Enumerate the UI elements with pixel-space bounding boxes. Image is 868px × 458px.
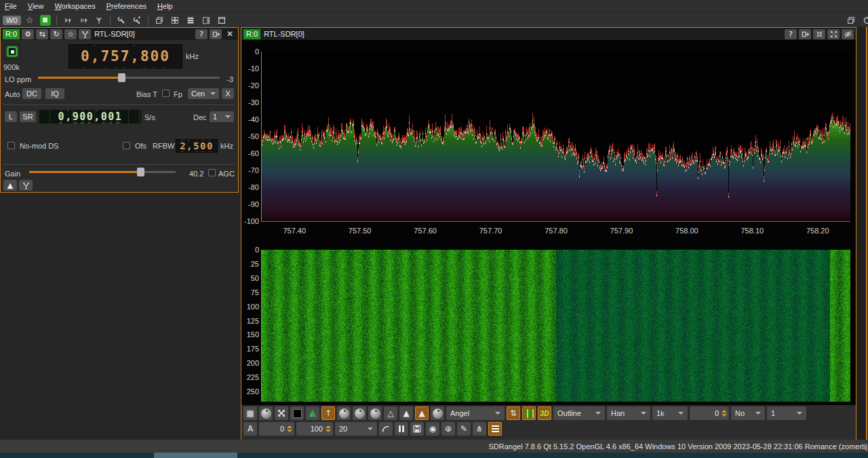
channels-tree-icon[interactable] (19, 180, 33, 191)
center-frequency-display[interactable]: 9,646,799 0,757,800 1,868,911 (68, 44, 182, 69)
grid-intensity-dial[interactable] (259, 406, 273, 420)
move-to-workspace-icon[interactable] (799, 29, 811, 39)
decimation-select[interactable]: 1 (210, 111, 234, 122)
colormap-select[interactable]: Angel (446, 406, 505, 420)
gain-slider[interactable] (29, 168, 176, 176)
trace-offset-dial[interactable] (353, 406, 366, 420)
spectrum-toggle-icon[interactable]: ▲ (3, 180, 17, 191)
sample-rate-display[interactable]: 9,899,990 0,900,001 1,011,112 (39, 109, 142, 124)
menu-item-workspaces[interactable]: Workspaces (54, 2, 95, 10)
menu-item-preferences[interactable]: Preferences (106, 2, 146, 10)
add-tx-device-icon[interactable] (77, 14, 90, 26)
autostack-icon[interactable] (860, 14, 868, 26)
channels-icon[interactable] (79, 29, 91, 39)
settings-gear-icon[interactable]: ⚙ (22, 29, 34, 39)
frequency-value: 0,757,800 (69, 45, 182, 68)
crosshair-markers-button[interactable]: ⊕ (441, 422, 455, 436)
averaging-off-button[interactable]: △ (384, 406, 397, 420)
help-icon[interactable]: ? (785, 29, 797, 39)
averaging-dial[interactable] (431, 406, 444, 420)
bias-t-checkbox[interactable] (162, 90, 170, 97)
waterfall-palette-button[interactable] (522, 406, 536, 420)
spectrum-y-tick: 0 (241, 47, 259, 56)
cascade-windows-icon[interactable] (153, 14, 166, 26)
clear-spectrum-button[interactable] (275, 406, 288, 420)
trace-stroke-dial[interactable] (368, 406, 382, 420)
grid-toggle-button[interactable]: ▦ (243, 406, 257, 420)
lo-ppm-slider[interactable] (38, 73, 220, 82)
calibration-button[interactable]: ⋔ (473, 422, 486, 436)
close-icon[interactable]: ✕ (224, 29, 236, 39)
iq-correction-button[interactable]: IQ (45, 88, 64, 99)
taskbar-segment[interactable] (154, 453, 237, 458)
favorites-star-icon[interactable]: ☆ (23, 14, 37, 26)
agc-checkbox[interactable] (208, 169, 216, 176)
menu-item-view[interactable]: View (28, 2, 44, 10)
fc-position-select[interactable]: Cen (188, 88, 219, 99)
auto-label: Auto (5, 90, 20, 98)
shrink-window-icon[interactable] (813, 29, 825, 39)
waterfall-spectrum-toggle-button[interactable]: ⇅ (507, 406, 520, 420)
stop-all-devices-icon[interactable] (39, 14, 52, 26)
stack-windows-icon[interactable] (184, 14, 197, 26)
spectrum-window-header[interactable]: R:0 RTL-SDR[0] ? (241, 28, 856, 40)
menu-item-help[interactable]: Help (157, 2, 173, 10)
autoscale-button[interactable]: A (243, 422, 257, 436)
hide-window-icon[interactable] (842, 29, 854, 39)
reload-device-icon[interactable]: ↻ (50, 29, 62, 39)
background-color-swatch[interactable] (290, 406, 304, 420)
line-style-select[interactable]: Outline (553, 406, 605, 420)
add-feature-icon[interactable] (92, 14, 106, 26)
load-configuration-icon[interactable] (115, 14, 128, 26)
range-spin[interactable]: 100 (296, 422, 333, 436)
log-scale-select[interactable]: No (731, 406, 765, 420)
save-spectrum-button[interactable] (410, 422, 424, 436)
reverse-api-icon[interactable]: ⇆ (36, 29, 48, 39)
websocket-spectrum-button[interactable]: ◉ (426, 422, 439, 436)
spectrogram-3d-button[interactable]: 3D (538, 406, 551, 420)
cascade-workspaces-icon[interactable] (844, 14, 858, 26)
spectrum-plot[interactable] (262, 52, 850, 221)
spectrum-window-body: CF:757.800M SP:900.001k 0-10-20-30-40-50… (241, 40, 856, 439)
ofs-checkbox[interactable] (123, 142, 130, 149)
maximize-window-icon[interactable] (827, 29, 840, 39)
device-window-header[interactable]: R:0 ⚙⇆↻☆ RTL-SDR[0] ?✕ (1, 28, 238, 40)
help-icon[interactable]: ? (195, 29, 208, 39)
chevron-down-icon (678, 412, 684, 415)
menu-item-file[interactable]: File (5, 2, 17, 10)
favorite-star-icon[interactable]: ☆ (64, 29, 77, 39)
spectrum-x-tick: 757.50 (344, 227, 376, 235)
sr-mode-button[interactable]: SR (20, 111, 36, 122)
dc-correction-button[interactable]: DC (22, 88, 41, 99)
waterfall-plot[interactable] (262, 250, 850, 402)
save-configuration-icon[interactable] (130, 14, 144, 26)
move-to-workspace-icon[interactable] (210, 29, 222, 39)
averaging-moving-button[interactable]: ▲ (399, 406, 413, 420)
current-trace-button[interactable]: ↑ (321, 406, 335, 420)
trace-intensity-dial[interactable] (337, 406, 351, 420)
lock-srate-button[interactable]: L (5, 111, 17, 122)
fft-size-select[interactable]: 1k (652, 406, 688, 420)
rfbw-unit-label: kHz (220, 142, 233, 150)
tile-windows-icon[interactable] (168, 14, 182, 26)
averaging-count-select[interactable]: 1 (767, 406, 806, 420)
transverter-button[interactable]: X (222, 88, 234, 99)
add-rx-device-icon[interactable] (61, 14, 75, 26)
max-hold-button[interactable]: ▲ (415, 406, 429, 420)
maximize-window-icon[interactable] (215, 14, 229, 26)
gradient-fill-button[interactable] (306, 406, 319, 420)
decay-curve-button[interactable] (379, 422, 393, 436)
fft-window-select[interactable]: Han (607, 406, 650, 420)
start-stop-button[interactable] (4, 44, 20, 59)
reference-level-spin[interactable]: 0 (259, 422, 294, 436)
nomod-checkbox[interactable] (7, 142, 15, 149)
fft-overlap-spin[interactable]: 0 (690, 406, 729, 420)
freeze-button[interactable] (395, 422, 408, 436)
workspace-button[interactable]: W0 (3, 16, 21, 25)
rf-bandwidth-display[interactable]: 1,499 2,500 3,611 (176, 139, 218, 153)
markers-show-button[interactable] (488, 422, 502, 436)
dec-label: Dec (193, 113, 207, 121)
decay-select[interactable]: 20 (335, 422, 377, 436)
tabbed-windows-icon[interactable] (199, 14, 213, 26)
annotation-markers-button[interactable]: ✎ (457, 422, 471, 436)
